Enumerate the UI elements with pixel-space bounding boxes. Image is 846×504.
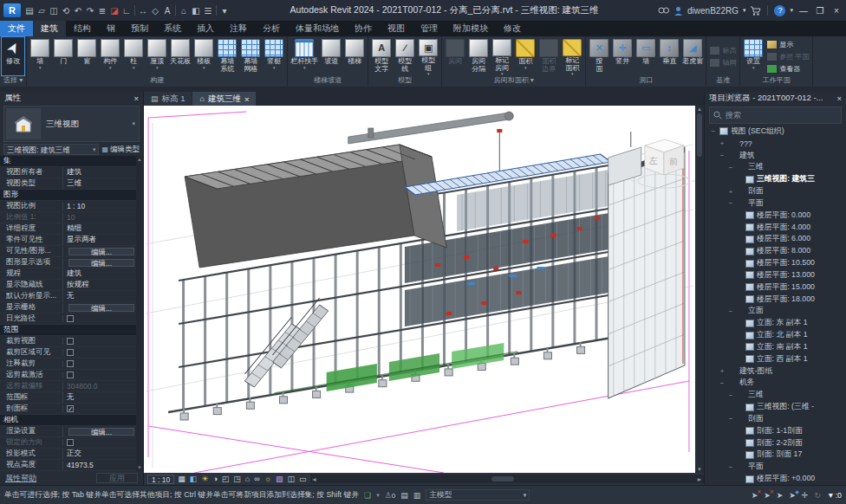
tab-系统[interactable]: 系统 bbox=[156, 21, 189, 36]
view-tab-建筑三维[interactable]: ⌂建筑三维× bbox=[192, 92, 256, 106]
tree-item[interactable]: 楼层平面: +0.000 bbox=[706, 473, 846, 485]
select-links-toggle[interactable]: ➤✕ bbox=[752, 491, 758, 500]
property-row[interactable]: 注释裁剪 bbox=[0, 359, 136, 370]
checkbox[interactable] bbox=[67, 349, 74, 356]
horizontal-scrollbar[interactable]: ◄ ► bbox=[310, 475, 704, 483]
browser-search[interactable]: 搜索 bbox=[709, 107, 842, 124]
tree-item[interactable]: 楼层平面: 4.000 bbox=[706, 222, 846, 234]
minimize-button[interactable]: — bbox=[797, 6, 810, 16]
drawing-canvas[interactable]: 左 前 bbox=[144, 106, 695, 473]
tree-item[interactable]: 立面: 东 副本 1 bbox=[706, 317, 846, 329]
scroll-right-icon[interactable]: ► bbox=[695, 476, 704, 482]
properties-close-icon[interactable]: × bbox=[133, 94, 139, 103]
property-row[interactable]: 规程建筑 bbox=[0, 268, 136, 280]
scroll-left-icon[interactable]: ◄ bbox=[310, 476, 319, 482]
tree-item[interactable]: −平面 bbox=[706, 461, 846, 473]
property-row[interactable]: 范围框无 bbox=[0, 392, 136, 404]
undo-icon[interactable]: ↶ bbox=[72, 3, 84, 17]
tree-item[interactable]: −平面 bbox=[706, 197, 846, 210]
help-caret-icon[interactable]: ▾ bbox=[790, 7, 793, 14]
model-text-button[interactable]: A模型 文字 bbox=[370, 37, 393, 75]
tab-分析[interactable]: 分析 bbox=[255, 21, 288, 36]
crop-view-icon[interactable]: ◰ bbox=[222, 474, 230, 484]
property-row[interactable]: 剖面框✓ bbox=[0, 404, 136, 415]
help-icon[interactable]: ? bbox=[774, 5, 785, 16]
tag-icon[interactable]: ◇ bbox=[149, 3, 161, 17]
tab-建筑[interactable]: 建筑 bbox=[33, 21, 66, 36]
level-button[interactable]: 标高 bbox=[710, 46, 736, 55]
checkbox[interactable] bbox=[67, 360, 74, 367]
apply-button[interactable]: 应用 bbox=[96, 473, 138, 483]
properties-scrollbar[interactable]: ▲▼ bbox=[136, 156, 143, 471]
tree-item[interactable]: 楼层平面: 18.000 bbox=[706, 294, 846, 306]
tree-item[interactable]: −建筑 bbox=[706, 150, 846, 162]
worksets-icon[interactable]: ▤ bbox=[400, 491, 408, 500]
username[interactable]: diwenB22RG bbox=[687, 6, 739, 16]
hscroll-thumb[interactable] bbox=[491, 476, 514, 481]
mullion-button[interactable]: 竖梃▾ bbox=[263, 37, 285, 75]
default-3d-view-icon[interactable]: ⌂ bbox=[178, 3, 190, 17]
set-workplane-button[interactable]: 设置▾ bbox=[742, 37, 765, 75]
type-selector-caret-icon[interactable]: ▾ bbox=[132, 120, 139, 127]
tree-item[interactable]: 立面: 南 副本 1 bbox=[706, 341, 846, 353]
user-icon[interactable] bbox=[674, 6, 683, 16]
select-by-face-toggle[interactable]: ➤◆ bbox=[789, 491, 796, 500]
area-button[interactable]: 面积▾ bbox=[514, 37, 537, 75]
tree-item[interactable]: +剖面 bbox=[706, 185, 846, 197]
property-row[interactable]: 视点高度41973.5 bbox=[0, 460, 136, 471]
instance-selector[interactable]: 三维视图: 建筑三维 ▾ bbox=[3, 144, 99, 155]
tab-文件[interactable]: 文件 bbox=[0, 21, 33, 36]
visual-style-icon[interactable]: ◧ bbox=[190, 474, 198, 484]
curtain-grid-button[interactable]: 幕墙 网格 bbox=[239, 37, 262, 75]
edit-button[interactable]: 编辑... bbox=[68, 304, 134, 312]
tree-item[interactable]: +建筑-图纸 bbox=[706, 365, 846, 378]
tab-插入[interactable]: 插入 bbox=[189, 21, 222, 36]
tree-item[interactable]: 楼层平面: 15.000 bbox=[706, 281, 846, 294]
sync-icon[interactable]: ⟲ bbox=[60, 3, 72, 17]
tree-item[interactable]: 剖面: 剖面 17 bbox=[706, 449, 846, 461]
property-row[interactable]: 比例值 1:10 bbox=[0, 212, 136, 223]
room-separator-button[interactable]: 房间 分隔 bbox=[467, 37, 490, 75]
edit-button[interactable]: 编辑... bbox=[68, 259, 134, 267]
property-row[interactable]: 详细程度精细 bbox=[0, 223, 136, 235]
checkbox[interactable] bbox=[67, 338, 74, 345]
thin-lines-icon[interactable]: ☰ bbox=[202, 3, 214, 17]
checkbox[interactable]: ✓ bbox=[67, 405, 74, 412]
checkbox[interactable] bbox=[67, 372, 74, 378]
vertical-scrollbar[interactable]: ▲ ▼ bbox=[695, 106, 704, 473]
property-row[interactable]: 远剪裁激活 bbox=[0, 370, 136, 381]
property-row[interactable]: 投影模式正交 bbox=[0, 449, 136, 460]
search-icon[interactable] bbox=[658, 6, 669, 16]
tab-附加模块[interactable]: 附加模块 bbox=[446, 21, 496, 36]
tree-item[interactable]: 楼层平面: 8.000 bbox=[706, 245, 846, 257]
user-caret-icon[interactable]: ▾ bbox=[743, 7, 746, 14]
shadows-icon[interactable]: ◑ bbox=[212, 474, 217, 484]
ceiling-button[interactable]: 天花板 bbox=[169, 37, 192, 75]
column-button[interactable]: 柱▾ bbox=[122, 37, 145, 75]
tab-视图[interactable]: 视图 bbox=[380, 21, 413, 36]
vertical-opening-button[interactable]: ↕垂直 bbox=[658, 37, 680, 75]
edit-button[interactable]: 编辑... bbox=[68, 248, 134, 255]
cart-icon[interactable] bbox=[750, 6, 761, 16]
tree-item[interactable]: 楼层平面: 6.000 bbox=[706, 233, 846, 245]
tree-item[interactable]: −三维 bbox=[706, 161, 846, 173]
view-tab-close-icon[interactable]: × bbox=[244, 94, 250, 104]
show-crop-icon[interactable]: ◳ bbox=[233, 474, 241, 484]
property-row[interactable]: 可见性/图形...编辑... bbox=[0, 246, 136, 257]
curtain-system-button[interactable]: 幕墙 系统 bbox=[216, 37, 238, 75]
tab-预制[interactable]: 预制 bbox=[123, 21, 156, 36]
door-button[interactable]: 门 bbox=[52, 37, 75, 75]
worksharing-display-icon[interactable]: ▧ bbox=[276, 474, 283, 484]
detail-level-icon[interactable]: ▦ bbox=[178, 474, 185, 484]
save-icon[interactable]: ◫ bbox=[48, 3, 60, 17]
property-row[interactable]: 视图所有者建筑 bbox=[0, 167, 136, 178]
property-row[interactable]: 渲染设置编辑... bbox=[0, 426, 136, 437]
view-tab-标高 1[interactable]: ▤标高 1 bbox=[144, 92, 192, 106]
measure-icon[interactable]: ∟ bbox=[120, 3, 133, 17]
tree-item[interactable]: 楼层平面: 13.000 bbox=[706, 269, 846, 281]
workset-dialog-icon[interactable]: ▥ bbox=[413, 491, 421, 500]
tree-item[interactable]: 立面: 北 副本 1 bbox=[706, 329, 846, 341]
tree-item[interactable]: −立面 bbox=[706, 305, 846, 317]
sun-path-icon[interactable]: ☀ bbox=[201, 474, 208, 484]
dormer-opening-button[interactable]: ◢老虎窗 bbox=[681, 37, 704, 75]
